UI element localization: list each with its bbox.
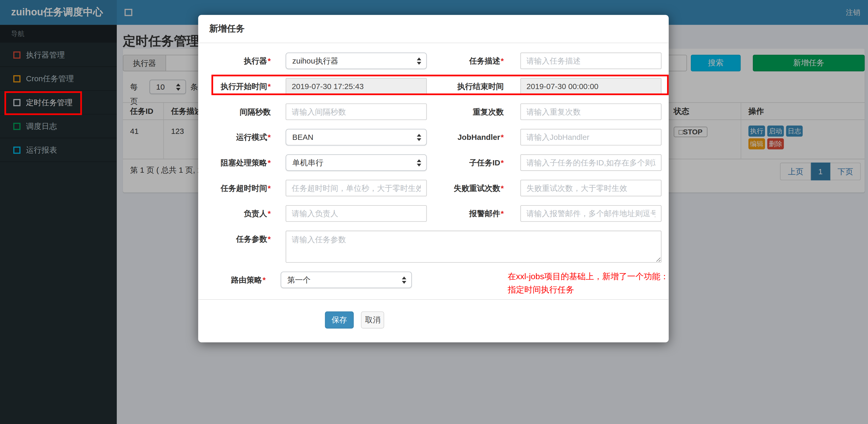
form-row-owner-email: 负责人* 报警邮件* [198,205,669,222]
required-asterisk: * [501,184,504,192]
feature-note-line2: 指定时间执行任务 [508,283,669,296]
alarm-email-label: 报警邮件* [427,205,504,222]
required-asterisk: * [268,133,271,142]
modal-title: 新增任务 [209,23,245,35]
jobhandler-input[interactable] [520,129,661,145]
task-desc-input[interactable] [520,53,661,69]
route-strategy-select-value: 第一个 [287,275,310,284]
cancel-button[interactable]: 取消 [361,312,384,329]
repeat-input[interactable] [520,103,661,120]
form-row-interval-repeat: 间隔秒数 重复次数 [198,103,669,120]
modal-header: 新增任务 [198,15,669,43]
owner-input[interactable] [286,205,427,222]
form-row-executor-desc: 执行器* zuihou执行器 任务描述* [198,53,669,69]
required-asterisk: * [268,57,271,65]
required-asterisk: * [268,158,271,167]
start-time-input[interactable] [286,78,427,95]
executor-label: 执行器* [198,53,271,69]
form-row-block-childtask: 阻塞处理策略* 单机串行 子任务ID* [198,155,669,171]
alarm-email-input[interactable] [520,205,661,222]
run-mode-label: 运行模式* [198,129,271,145]
block-strategy-label: 阻塞处理策略* [198,155,271,171]
executor-select[interactable]: zuihou执行器 [286,53,427,69]
retry-input[interactable] [520,180,661,196]
run-mode-select[interactable]: BEAN [286,129,427,145]
repeat-label: 重复次数 [427,103,504,120]
required-asterisk: * [268,234,271,243]
feature-note: 在xxl-jobs项目的基础上，新增了一个功能： 指定时间执行任务 [508,270,669,287]
required-asterisk: * [268,82,271,91]
interval-input[interactable] [286,103,427,120]
required-asterisk: * [501,209,504,218]
start-time-label: 执行开始时间* [198,78,271,95]
form-row-route-strategy: 路由策略* 第一个 在xxl-jobs项目的基础上，新增了一个功能： 指定时间执… [198,272,669,289]
route-strategy-label: 路由策略* [198,272,266,289]
form-row-runmode-handler: 运行模式* BEAN JobHandler* [198,129,669,145]
modal-body: 执行器* zuihou执行器 任务描述* 执行开始时间* 执行结束时间 间隔秒数… [198,43,669,329]
required-asterisk: * [268,184,271,192]
required-asterisk: * [501,158,504,167]
task-params-textarea[interactable] [286,231,661,263]
block-strategy-select[interactable]: 单机串行 [286,155,427,171]
modal-footer: 保存 取消 [198,312,669,329]
timeout-label: 任务超时时间* [198,180,271,196]
child-task-input[interactable] [520,155,661,171]
route-strategy-select[interactable]: 第一个 [280,272,412,288]
end-time-input[interactable] [520,78,661,95]
executor-select-value: zuihou执行器 [292,57,338,65]
retry-label: 失败重试次数* [427,180,504,196]
required-asterisk: * [263,275,266,284]
timeout-input[interactable] [286,180,427,196]
run-mode-select-value: BEAN [292,133,313,142]
child-task-label: 子任务ID* [427,155,504,171]
form-row-exec-time: 执行开始时间* 执行结束时间 [198,78,669,95]
select-arrows-icon [417,134,421,141]
interval-label: 间隔秒数 [198,103,271,120]
form-divider [198,299,669,300]
form-row-task-params: 任务参数* [198,231,669,263]
select-arrows-icon [417,58,421,65]
jobhandler-label: JobHandler* [427,129,504,145]
form-row-timeout-retry: 任务超时时间* 失败重试次数* [198,180,669,196]
required-asterisk: * [501,57,504,65]
required-asterisk: * [268,209,271,218]
required-asterisk: * [501,133,504,142]
block-strategy-select-value: 单机串行 [292,158,323,167]
save-button[interactable]: 保存 [325,312,354,329]
select-arrows-icon [402,276,406,284]
task-params-label: 任务参数* [198,231,271,263]
owner-label: 负责人* [198,205,271,222]
app-viewport: zuihou任务调度中心 注销 导航 执行器管理 Cron任务管理 定时任务管理… [0,0,868,424]
end-time-label: 执行结束时间 [427,78,504,95]
feature-note-line1: 在xxl-jobs项目的基础上，新增了一个功能： [508,270,669,283]
add-task-modal: 新增任务 执行器* zuihou执行器 任务描述* 执行开始时间* 执行结束时间… [198,15,669,342]
select-arrows-icon [417,159,421,167]
task-desc-label: 任务描述* [427,53,504,69]
